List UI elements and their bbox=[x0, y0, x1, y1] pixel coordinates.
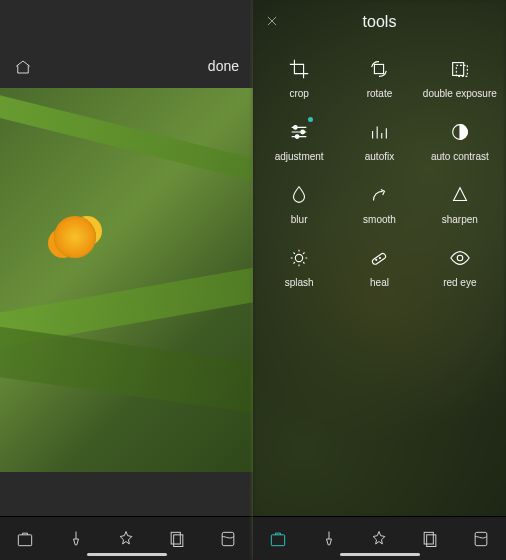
layers-tab-icon[interactable] bbox=[167, 529, 187, 549]
autofix-icon bbox=[368, 121, 390, 143]
tool-double-exposure[interactable]: double exposure bbox=[422, 58, 498, 99]
home-icon[interactable] bbox=[14, 58, 32, 74]
tool-sharpen[interactable]: sharpen bbox=[422, 184, 498, 225]
tool-blur[interactable]: blur bbox=[261, 184, 337, 225]
tool-label: sharpen bbox=[442, 214, 478, 225]
add-tab-icon[interactable] bbox=[471, 529, 491, 549]
leaf-decoration bbox=[0, 90, 253, 189]
flower-decoration bbox=[54, 216, 96, 258]
svg-point-13 bbox=[376, 259, 377, 260]
adjustment-icon bbox=[288, 121, 310, 143]
crop-icon bbox=[288, 58, 310, 80]
tool-red-eye[interactable]: red eye bbox=[422, 247, 498, 288]
tool-rotate[interactable]: rotate bbox=[341, 58, 417, 99]
heal-icon bbox=[368, 247, 390, 269]
tool-label: heal bbox=[370, 277, 389, 288]
svg-rect-18 bbox=[427, 534, 436, 546]
smooth-icon bbox=[368, 184, 390, 206]
tools-tab-icon[interactable] bbox=[15, 529, 35, 549]
auto-contrast-icon bbox=[449, 121, 471, 143]
new-indicator-dot bbox=[308, 117, 313, 122]
gesture-bar bbox=[87, 553, 167, 556]
tool-splash[interactable]: splash bbox=[261, 247, 337, 288]
svg-rect-4 bbox=[375, 64, 384, 73]
red-eye-icon bbox=[449, 247, 471, 269]
tool-label: crop bbox=[289, 88, 308, 99]
svg-rect-1 bbox=[171, 532, 180, 544]
editor-topbar: done bbox=[0, 0, 253, 88]
effects-tab-icon[interactable] bbox=[369, 529, 389, 549]
tool-label: splash bbox=[285, 277, 314, 288]
tool-label: double exposure bbox=[423, 88, 497, 99]
svg-point-11 bbox=[295, 254, 302, 261]
svg-point-8 bbox=[301, 130, 305, 134]
effects-tab-icon[interactable] bbox=[116, 529, 136, 549]
svg-rect-16 bbox=[272, 534, 285, 545]
tools-title: tools bbox=[363, 13, 397, 31]
editor-pane: done bbox=[0, 0, 253, 560]
svg-point-9 bbox=[295, 135, 299, 139]
leaf-decoration bbox=[0, 325, 253, 422]
tools-tab-icon[interactable] bbox=[268, 529, 288, 549]
svg-rect-6 bbox=[456, 65, 467, 76]
tool-heal[interactable]: heal bbox=[341, 247, 417, 288]
tool-adjustment[interactable]: adjustment bbox=[261, 121, 337, 162]
tool-auto-contrast[interactable]: auto contrast bbox=[422, 121, 498, 162]
tools-grid: crop rotate double exposure adjustment a… bbox=[253, 44, 506, 288]
tool-crop[interactable]: crop bbox=[261, 58, 337, 99]
close-icon[interactable] bbox=[265, 14, 279, 28]
tool-label: autofix bbox=[365, 151, 394, 162]
tool-label: adjustment bbox=[275, 151, 324, 162]
double-exposure-icon bbox=[449, 58, 471, 80]
svg-rect-5 bbox=[452, 63, 463, 76]
tool-label: auto contrast bbox=[431, 151, 489, 162]
tool-label: smooth bbox=[363, 214, 396, 225]
tool-label: rotate bbox=[367, 88, 393, 99]
brush-tab-icon[interactable] bbox=[66, 529, 86, 549]
svg-rect-2 bbox=[174, 534, 183, 546]
svg-rect-19 bbox=[475, 532, 487, 545]
tool-autofix[interactable]: autofix bbox=[341, 121, 417, 162]
gesture-bar bbox=[340, 553, 420, 556]
blur-icon bbox=[288, 184, 310, 206]
sharpen-icon bbox=[449, 184, 471, 206]
layers-tab-icon[interactable] bbox=[420, 529, 440, 549]
tool-smooth[interactable]: smooth bbox=[341, 184, 417, 225]
svg-point-7 bbox=[294, 126, 298, 130]
svg-point-14 bbox=[380, 257, 381, 258]
tool-label: red eye bbox=[443, 277, 476, 288]
svg-rect-12 bbox=[372, 252, 387, 265]
svg-rect-0 bbox=[19, 534, 32, 545]
brush-tab-icon[interactable] bbox=[319, 529, 339, 549]
splash-icon bbox=[288, 247, 310, 269]
tools-topbar: tools bbox=[253, 0, 506, 44]
photo-canvas[interactable] bbox=[0, 88, 253, 472]
tool-label: blur bbox=[291, 214, 308, 225]
svg-rect-3 bbox=[222, 532, 234, 545]
svg-point-15 bbox=[457, 255, 463, 261]
svg-rect-17 bbox=[424, 532, 433, 544]
add-tab-icon[interactable] bbox=[218, 529, 238, 549]
rotate-icon bbox=[368, 58, 390, 80]
done-button[interactable]: done bbox=[208, 58, 239, 74]
tools-pane: tools crop rotate double exposure adjust… bbox=[253, 0, 506, 560]
